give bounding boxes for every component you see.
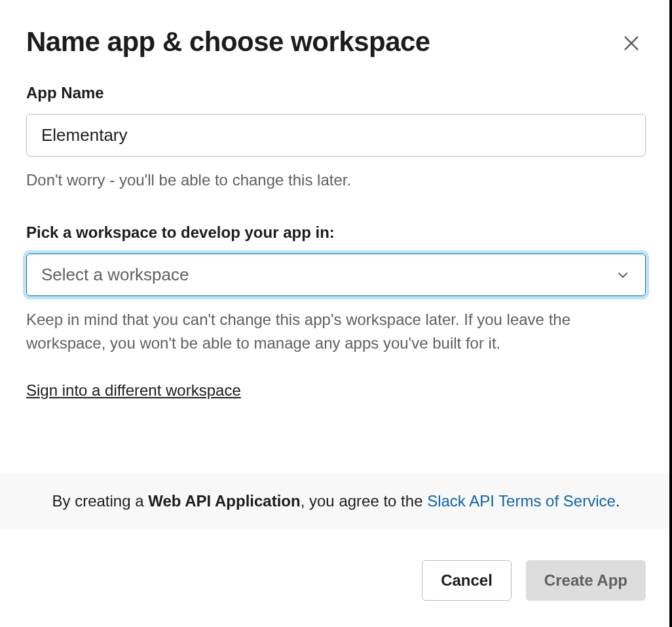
tos-link[interactable]: Slack API Terms of Service	[427, 492, 616, 510]
workspace-select-placeholder: Select a workspace	[41, 265, 189, 285]
tos-strong: Web API Application	[148, 492, 300, 510]
app-name-input[interactable]	[26, 114, 646, 157]
create-app-button[interactable]: Create App	[526, 560, 646, 601]
sign-in-different-workspace-link[interactable]: Sign into a different workspace	[26, 381, 241, 400]
workspace-helper: Keep in mind that you can't change this …	[26, 308, 646, 355]
modal-header: Name app & choose workspace	[0, 0, 672, 58]
tos-suffix: .	[616, 492, 620, 510]
workspace-section: Pick a workspace to develop your app in:…	[26, 223, 646, 400]
app-name-helper: Don't worry - you'll be able to change t…	[26, 168, 646, 192]
modal-footer: Cancel Create App	[0, 529, 672, 627]
modal-title: Name app & choose workspace	[26, 26, 430, 58]
cancel-button[interactable]: Cancel	[422, 560, 512, 601]
app-name-label: App Name	[26, 84, 646, 102]
workspace-label: Pick a workspace to develop your app in:	[26, 223, 646, 242]
modal-body: App Name Don't worry - you'll be able to…	[0, 58, 672, 442]
edge-shadow	[669, 0, 672, 627]
tos-banner: By creating a Web API Application, you a…	[0, 474, 672, 529]
workspace-select[interactable]: Select a workspace	[27, 254, 645, 295]
tos-prefix: By creating a	[52, 492, 148, 510]
workspace-select-wrapper: Select a workspace	[26, 254, 646, 296]
close-icon[interactable]	[617, 29, 646, 58]
create-app-modal: Name app & choose workspace App Name Don…	[0, 0, 672, 627]
tos-middle: , you agree to the	[301, 492, 427, 510]
